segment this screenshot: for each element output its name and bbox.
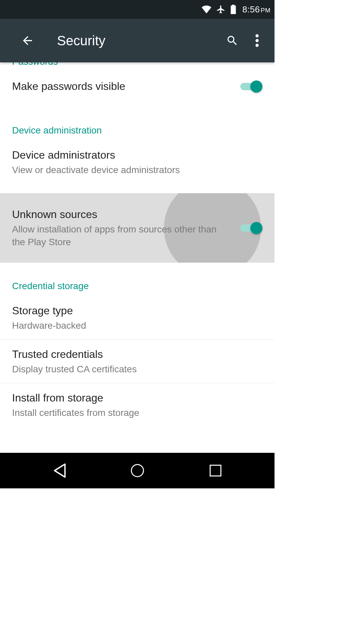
section-header-passwords: Passwords [0,62,275,72]
svg-point-3 [255,39,259,42]
status-bar: 8:56PM [0,0,275,19]
nav-back-button[interactable] [49,461,69,481]
navigation-bar [0,453,275,488]
status-clock: 8:56PM [242,4,270,15]
svg-point-2 [255,34,259,38]
svg-rect-0 [231,6,236,14]
section-header-device-admin: Device administration [0,116,275,141]
toggle-unknown-sources[interactable] [238,221,262,235]
item-title: Storage type [12,304,256,318]
item-title: Install from storage [12,391,256,405]
nav-recent-button[interactable] [205,461,226,481]
svg-point-5 [131,465,143,477]
item-subtitle: Install certificates from storage [12,407,256,419]
item-subtitle: Display trusted CA certificates [12,363,256,376]
item-title: Unknown sources [12,207,232,222]
svg-rect-6 [210,465,221,476]
item-subtitle: View or deactivate device administrators [12,164,256,176]
item-title: Make passwords visible [12,79,232,94]
section-header-credential-storage: Credential storage [0,271,275,296]
nav-home-button[interactable] [127,461,147,481]
search-button[interactable] [223,31,242,50]
item-subtitle: Hardware-backed [12,319,256,332]
setting-unknown-sources[interactable]: Unknown sources Allow installation of ap… [0,193,275,263]
settings-list[interactable]: Passwords Make passwords visible Device … [0,62,275,453]
svg-rect-1 [232,5,235,6]
setting-trusted-credentials[interactable]: Trusted credentials Display trusted CA c… [0,340,275,383]
overflow-menu-button[interactable] [248,31,266,50]
status-ampm: PM [261,7,271,14]
page-title: Security [57,33,217,48]
app-bar: Security [0,19,275,62]
airplane-mode-icon [216,5,226,14]
toggle-make-passwords-visible[interactable] [238,80,262,93]
svg-point-4 [255,44,259,47]
setting-device-administrators[interactable]: Device administrators View or deactivate… [0,141,275,184]
battery-icon [230,5,236,14]
back-button[interactable] [18,31,37,50]
status-time: 8:56 [242,4,260,14]
setting-install-from-storage[interactable]: Install from storage Install certificate… [0,383,275,427]
item-title: Trusted credentials [12,347,256,362]
item-subtitle: Allow installation of apps from sources … [12,223,232,249]
setting-storage-type[interactable]: Storage type Hardware-backed [0,296,275,339]
wifi-icon [201,5,212,13]
setting-make-passwords-visible[interactable]: Make passwords visible [0,72,275,101]
item-title: Device administrators [12,148,256,162]
